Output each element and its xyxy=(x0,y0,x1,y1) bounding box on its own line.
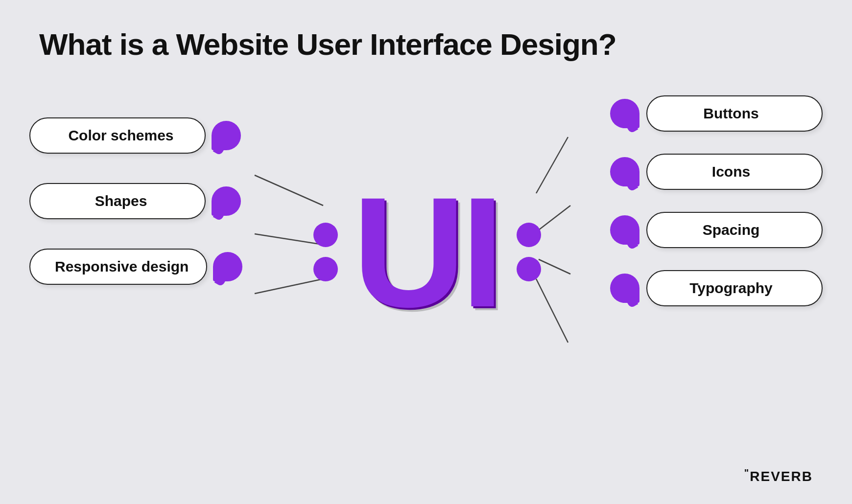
shapes-pill: Shapes xyxy=(29,183,206,219)
left-labels-container: Color schemes Shapes Responsive design xyxy=(29,117,242,285)
icons-pill: Icons xyxy=(646,154,823,190)
logo-quote: " xyxy=(744,467,750,478)
list-item: Icons xyxy=(610,154,823,190)
bubble-dot-icons xyxy=(610,157,639,186)
list-item: Typography xyxy=(610,270,823,306)
logo-text: REVERB xyxy=(750,469,813,484)
list-item: Buttons xyxy=(610,95,823,132)
bubble-dot-spacing xyxy=(610,215,639,245)
spacing-label: Spacing xyxy=(703,222,760,238)
typography-pill: Typography xyxy=(646,270,823,306)
bubble-dot-shapes xyxy=(212,186,241,216)
colon-dot-right-bottom xyxy=(517,257,541,281)
right-colon-dots xyxy=(517,223,541,281)
colon-dot-right-top xyxy=(517,223,541,247)
color-schemes-label: Color schemes xyxy=(68,127,173,143)
bubble-dot-buttons xyxy=(610,99,639,128)
svg-line-2 xyxy=(255,279,323,294)
svg-line-3 xyxy=(536,137,568,193)
left-colon-dots xyxy=(313,223,338,281)
svg-line-1 xyxy=(255,234,323,245)
colon-dot-bottom xyxy=(313,257,338,281)
bubble-dot-responsive-design xyxy=(213,252,242,281)
ui-center: UI xyxy=(353,174,499,330)
buttons-pill: Buttons xyxy=(646,95,823,132)
spacing-pill: Spacing xyxy=(646,212,823,248)
center-ui-text: UI xyxy=(353,164,499,340)
svg-line-0 xyxy=(255,175,323,206)
list-item: Responsive design xyxy=(29,249,242,285)
responsive-design-pill: Responsive design xyxy=(29,249,207,285)
list-item: Shapes xyxy=(29,183,242,219)
page-title: What is a Website User Interface Design? xyxy=(39,27,616,62)
responsive-design-label: Responsive design xyxy=(55,258,189,275)
icons-label: Icons xyxy=(712,163,750,180)
color-schemes-pill: Color schemes xyxy=(29,117,206,154)
colon-dot-top xyxy=(313,223,338,247)
svg-line-6 xyxy=(536,279,568,343)
svg-line-5 xyxy=(539,259,570,274)
logo: "REVERB xyxy=(744,467,813,484)
svg-line-4 xyxy=(539,206,570,230)
bubble-dot-color-schemes xyxy=(212,121,241,150)
buttons-label: Buttons xyxy=(703,105,758,121)
list-item: Spacing xyxy=(610,212,823,248)
bubble-dot-typography xyxy=(610,274,639,303)
list-item: Color schemes xyxy=(29,117,242,154)
right-labels-container: Buttons Icons Spacing Typography xyxy=(610,95,823,306)
shapes-label: Shapes xyxy=(95,193,147,209)
typography-label: Typography xyxy=(689,280,772,296)
